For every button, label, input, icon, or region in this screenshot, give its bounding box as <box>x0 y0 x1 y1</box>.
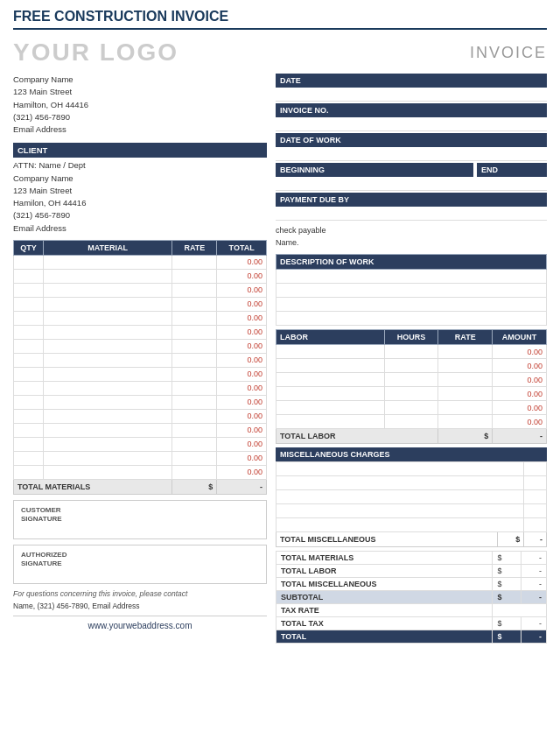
customer-signature-block: CUSTOMER SIGNATURE <box>13 500 267 539</box>
lab-amount: 0.00 <box>493 387 547 401</box>
footer-note: For questions concerning this invoice, p… <box>13 589 267 598</box>
misc-desc <box>276 476 524 490</box>
lab-labor <box>276 401 385 415</box>
lab-hours <box>384 345 438 359</box>
customer-sig-label: CUSTOMER <box>21 506 259 515</box>
total-labor-value: - <box>493 429 547 444</box>
mat-rate <box>172 283 217 297</box>
invoice-no-label: INVOICE NO. <box>276 103 547 117</box>
mat-material <box>44 339 172 353</box>
lab-amount: 0.00 <box>493 359 547 373</box>
mat-rate <box>172 465 217 479</box>
sum-subtotal-dollar: $ <box>493 591 522 604</box>
total-materials-value: - <box>217 479 267 494</box>
mat-total: 0.00 <box>217 465 267 479</box>
lab-rate <box>438 415 493 429</box>
misc-header: MISCELLANEOUS CHARGES <box>276 447 547 461</box>
misc-row <box>276 476 547 490</box>
date-label: DATE <box>276 74 547 88</box>
mat-rate <box>172 255 217 269</box>
mat-qty <box>14 255 44 269</box>
work-description-table: DESCRIPTION OF WORK <box>276 254 547 326</box>
material-row: 0.00 <box>14 297 267 311</box>
mat-total: 0.00 <box>217 297 267 311</box>
mat-qty <box>14 395 44 409</box>
mat-qty <box>14 465 44 479</box>
material-row: 0.00 <box>14 367 267 381</box>
material-row: 0.00 <box>14 339 267 353</box>
mat-rate <box>172 437 217 451</box>
total-misc-label: TOTAL MISCELLANEOUS <box>276 532 498 547</box>
mat-total: 0.00 <box>217 395 267 409</box>
authorized-sig-label: AUTHORIZED <box>21 551 259 560</box>
sum-total-value: - <box>522 630 547 644</box>
mat-qty <box>14 381 44 395</box>
misc-amount <box>524 490 547 504</box>
mat-rate <box>172 451 217 465</box>
client-header: CLIENT <box>13 143 267 158</box>
mat-material <box>44 395 172 409</box>
material-row: 0.00 <box>14 465 267 479</box>
mat-material <box>44 409 172 423</box>
mat-rate <box>172 269 217 283</box>
mat-material <box>44 269 172 283</box>
mat-material <box>44 437 172 451</box>
sum-misc-label: TOTAL MISCELLANEOUS <box>276 578 493 591</box>
material-row: 0.00 <box>14 311 267 325</box>
material-row: 0.00 <box>14 283 267 297</box>
mat-rate <box>172 409 217 423</box>
date-of-work-label: DATE OF WORK <box>276 133 547 147</box>
mat-total: 0.00 <box>217 353 267 367</box>
mat-total: 0.00 <box>217 381 267 395</box>
mat-rate <box>172 297 217 311</box>
payment-due-label: PAYMENT DUE BY <box>276 193 547 207</box>
lab-rate <box>438 359 493 373</box>
page-title: FREE CONSTRUCTION INVOICE <box>13 9 547 30</box>
misc-desc <box>276 490 524 504</box>
total-materials-dollar: $ <box>172 479 217 494</box>
lab-amount: 0.00 <box>493 401 547 415</box>
col-total: TOTAL <box>217 240 267 255</box>
material-row: 0.00 <box>14 451 267 465</box>
mat-total: 0.00 <box>217 367 267 381</box>
mat-rate <box>172 353 217 367</box>
material-row: 0.00 <box>14 353 267 367</box>
lab-hours <box>384 401 438 415</box>
mat-rate <box>172 395 217 409</box>
footer-contact: Name, (321) 456-7890, Email Address <box>13 602 267 610</box>
company-info: Company Name 123 Main Street Hamilton, O… <box>13 74 267 136</box>
mat-total: 0.00 <box>217 283 267 297</box>
col-labor-rate: RATE <box>438 330 493 345</box>
mat-rate <box>172 325 217 339</box>
lab-labor <box>276 345 385 359</box>
misc-desc <box>276 462 524 476</box>
col-rate: RATE <box>172 240 217 255</box>
mat-qty <box>14 353 44 367</box>
sum-subtotal-label: SUBTOTAL <box>276 591 493 604</box>
mat-material <box>44 283 172 297</box>
mat-total: 0.00 <box>217 437 267 451</box>
lab-amount: 0.00 <box>493 345 547 359</box>
mat-total: 0.00 <box>217 269 267 283</box>
col-material: MATERIAL <box>44 240 172 255</box>
mat-material <box>44 311 172 325</box>
mat-qty <box>14 409 44 423</box>
mat-material <box>44 381 172 395</box>
mat-qty <box>14 269 44 283</box>
mat-qty <box>14 451 44 465</box>
mat-rate <box>172 339 217 353</box>
sum-misc-value: - <box>522 578 547 591</box>
mat-rate <box>172 381 217 395</box>
lab-labor <box>276 387 385 401</box>
total-labor-label: TOTAL LABOR <box>276 429 438 444</box>
material-row: 0.00 <box>14 325 267 339</box>
material-row: 0.00 <box>14 423 267 437</box>
mat-rate <box>172 311 217 325</box>
col-qty: QTY <box>14 240 44 255</box>
end-label: END <box>477 163 547 177</box>
mat-total: 0.00 <box>217 255 267 269</box>
misc-desc <box>276 504 524 518</box>
mat-total: 0.00 <box>217 409 267 423</box>
lab-hours <box>384 415 438 429</box>
sum-mat-dollar: $ <box>493 552 522 565</box>
